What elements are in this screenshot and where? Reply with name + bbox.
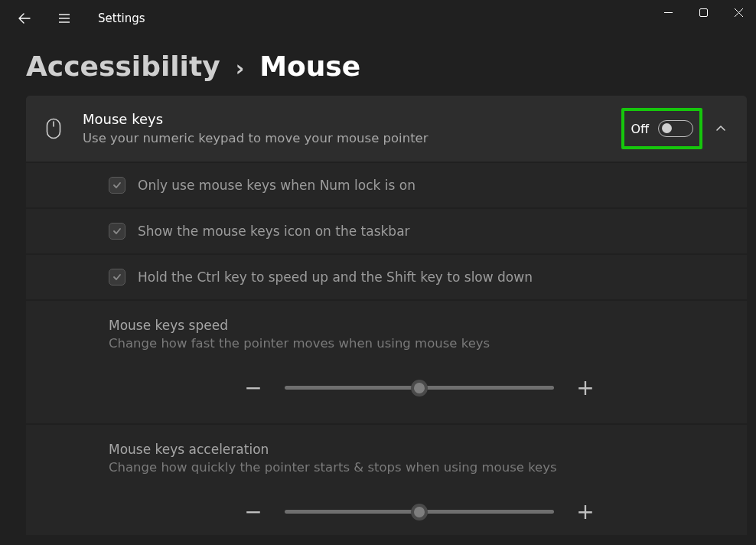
breadcrumb-current: Mouse [259, 51, 360, 82]
option-numlock-label: Only use mouse keys when Num lock is on [138, 178, 415, 193]
minimize-icon [664, 8, 673, 17]
mouse-keys-subtitle: Use your numeric keypad to move your mou… [83, 129, 603, 147]
option-ctrlshift-row[interactable]: Hold the Ctrl key to speed up and the Sh… [26, 253, 747, 299]
breadcrumb-parent[interactable]: Accessibility [26, 51, 220, 82]
mouse-keys-header[interactable]: Mouse keys Use your numeric keypad to mo… [26, 96, 747, 162]
check-icon [112, 227, 122, 236]
breadcrumb-separator-icon: › [236, 56, 245, 81]
app-title: Settings [98, 11, 145, 25]
option-ctrlshift-label: Hold the Ctrl key to speed up and the Sh… [138, 269, 533, 285]
speed-increase-button[interactable]: + [572, 375, 598, 400]
accel-decrease-button[interactable]: − [240, 499, 266, 524]
hamburger-icon [57, 11, 71, 25]
accel-title: Mouse keys acceleration [109, 442, 730, 457]
check-icon [112, 181, 122, 190]
mouse-keys-toggle-highlight: Off [621, 108, 702, 149]
accel-increase-button[interactable]: + [572, 499, 598, 524]
nav-menu-button[interactable] [55, 9, 73, 28]
mouse-icon [43, 118, 64, 139]
mouse-keys-toggle[interactable] [658, 120, 693, 137]
accel-section: Mouse keys acceleration Change how quick… [26, 423, 747, 535]
speed-slider[interactable] [285, 386, 554, 390]
chevron-up-icon [715, 123, 726, 134]
maximize-button[interactable] [686, 0, 721, 24]
speed-title: Mouse keys speed [109, 318, 730, 333]
svg-rect-4 [699, 8, 707, 16]
option-ctrlshift-checkbox[interactable] [109, 269, 125, 286]
content-scroll-area[interactable]: Mouse keys Use your numeric keypad to mo… [0, 96, 756, 535]
window-controls [650, 0, 756, 37]
mouse-keys-card: Mouse keys Use your numeric keypad to mo… [26, 96, 747, 535]
speed-section: Mouse keys speed Change how fast the poi… [26, 299, 747, 423]
speed-decrease-button[interactable]: − [240, 375, 266, 400]
toggle-knob [662, 123, 672, 133]
option-taskbar-checkbox[interactable] [109, 223, 125, 240]
back-button[interactable] [15, 9, 34, 28]
maximize-icon [699, 8, 708, 17]
accel-slider[interactable] [285, 510, 554, 514]
expand-collapse-button[interactable] [712, 119, 730, 138]
accel-slider-thumb[interactable] [411, 504, 428, 521]
option-numlock-checkbox[interactable] [109, 177, 125, 194]
titlebar: Settings [0, 0, 756, 37]
close-icon [735, 8, 743, 17]
accel-subtitle: Change how quickly the pointer starts & … [109, 460, 730, 475]
breadcrumb: Accessibility › Mouse [0, 37, 756, 96]
mouse-keys-title: Mouse keys [83, 110, 603, 128]
mouse-keys-toggle-label: Off [631, 122, 649, 136]
option-taskbar-row[interactable]: Show the mouse keys icon on the taskbar [26, 207, 747, 253]
option-numlock-row[interactable]: Only use mouse keys when Num lock is on [26, 162, 747, 207]
check-icon [112, 272, 122, 282]
option-taskbar-label: Show the mouse keys icon on the taskbar [138, 224, 410, 239]
close-button[interactable] [721, 0, 756, 24]
speed-slider-thumb[interactable] [411, 380, 428, 397]
speed-subtitle: Change how fast the pointer moves when u… [109, 336, 730, 351]
minimize-button[interactable] [650, 0, 686, 24]
back-arrow-icon [18, 11, 31, 25]
